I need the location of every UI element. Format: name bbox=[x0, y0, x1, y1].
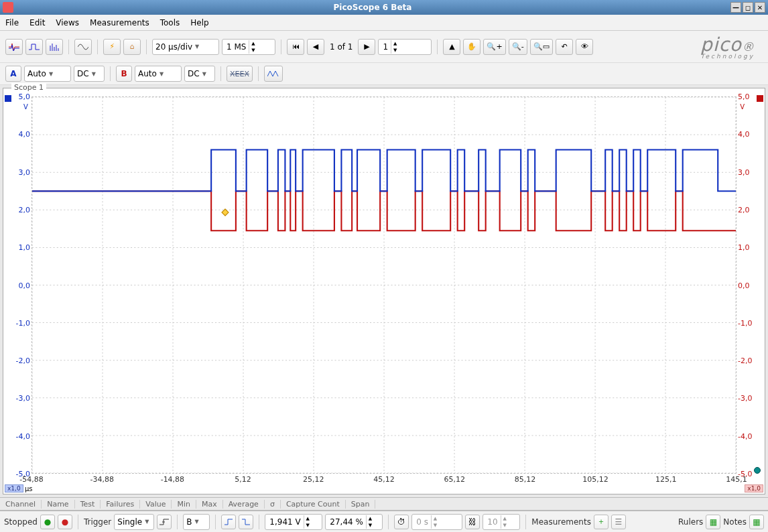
samples-spin[interactable]: 1 MS▲▼ bbox=[222, 39, 275, 55]
first-buffer-button[interactable]: ⏮ bbox=[287, 39, 304, 55]
menu-views[interactable]: Views bbox=[56, 18, 79, 27]
menu-tools[interactable]: Tools bbox=[160, 18, 180, 27]
signal-generator-button[interactable] bbox=[74, 39, 92, 55]
trigger-count-spin[interactable]: 10▲▼ bbox=[483, 514, 520, 530]
menubar: File Edit Views Measurements Tools Help bbox=[0, 15, 768, 31]
zoom-area-button[interactable]: 🔍▭ bbox=[530, 39, 553, 55]
rapid-trigger-toggle[interactable]: ⛓ bbox=[465, 515, 480, 529]
home-button[interactable]: ⌂ bbox=[123, 39, 141, 55]
serial-decode-button[interactable]: XEEX bbox=[227, 66, 253, 82]
trigger-delay-spin[interactable]: 0 s▲▼ bbox=[411, 514, 462, 530]
auto-setup-button[interactable]: ⚡ bbox=[103, 39, 121, 55]
close-button[interactable]: ✕ bbox=[755, 2, 765, 13]
trigger-level-spin[interactable]: 1,941 V▲▼ bbox=[265, 514, 322, 530]
math-channel-button[interactable] bbox=[264, 66, 283, 82]
x-axis: -54,88-34,88-14,885,1225,1245,1265,1285,… bbox=[31, 475, 737, 484]
rulers-button[interactable]: ▦ bbox=[706, 515, 720, 529]
trigger-mode-select[interactable]: Single▼ bbox=[114, 514, 154, 530]
trigger-position-spin[interactable]: 27,44 %▲▼ bbox=[325, 514, 383, 530]
x-unit-label: µs bbox=[25, 485, 33, 492]
waveform-spin[interactable]: 1▲▼ bbox=[378, 39, 432, 55]
channel-b-chip[interactable]: B bbox=[116, 66, 132, 82]
scope-title: Scope 1 bbox=[11, 83, 46, 92]
scope-mode-button[interactable] bbox=[5, 39, 23, 55]
toolbar-channels: A Auto▼ DC▼ B Auto▼ DC▼ XEEX bbox=[0, 63, 768, 85]
prev-buffer-button[interactable]: ◀ bbox=[307, 39, 324, 55]
pointer-tool-button[interactable]: ▲ bbox=[443, 39, 460, 55]
undo-zoom-button[interactable]: ↶ bbox=[556, 39, 573, 55]
scope-plot[interactable] bbox=[31, 96, 737, 474]
y-unit-a-label: V bbox=[23, 103, 28, 111]
titlebar: PicoScope 6 Beta — ◻ ✕ bbox=[0, 0, 768, 15]
trigger-edge-button[interactable] bbox=[157, 515, 172, 529]
channel-a-coupling-select[interactable]: DC▼ bbox=[74, 66, 105, 82]
notes-button[interactable]: ▦ bbox=[749, 515, 764, 529]
y-axis-a: 5,04,03,02,01,00,0-1,0-2,0-3,0-4,0-5,0 bbox=[3, 96, 31, 474]
next-buffer-button[interactable]: ▶ bbox=[358, 39, 375, 55]
run-button[interactable]: ● bbox=[40, 515, 55, 529]
maximize-button[interactable]: ◻ bbox=[743, 2, 753, 13]
zoom-out-button[interactable]: 🔍- bbox=[509, 39, 527, 55]
rulers-label: Rulers bbox=[678, 517, 703, 527]
stop-button[interactable]: ● bbox=[58, 515, 72, 529]
y-unit-b-label: V bbox=[740, 103, 745, 111]
zoom-in-button[interactable]: 🔍+ bbox=[483, 39, 505, 55]
minimize-button[interactable]: — bbox=[730, 2, 741, 13]
toolbar-main: ⚡ ⌂ 20 µs/div▼ 1 MS▲▼ ⏮ ◀ 1 of 1 ▶ 1▲▼ ▲… bbox=[0, 31, 768, 63]
persistence-mode-button[interactable] bbox=[25, 39, 43, 55]
run-state-label: Stopped bbox=[4, 517, 38, 527]
pico-logo: pico® Technology bbox=[700, 34, 763, 60]
channel-b-coupling-select[interactable]: DC▼ bbox=[184, 66, 215, 82]
remove-measurement-button[interactable]: ☰ bbox=[611, 515, 626, 529]
y-axis-b: 5,04,03,02,01,00,0-1,0-2,0-3,0-4,0-5,0 bbox=[737, 96, 765, 474]
zoom-overview-button[interactable]: 👁 bbox=[576, 39, 593, 55]
channel-a-chip[interactable]: A bbox=[5, 66, 21, 82]
trigger-source-select[interactable]: B▼ bbox=[183, 514, 210, 530]
trigger-label: Trigger bbox=[84, 517, 111, 527]
menu-help[interactable]: Help bbox=[190, 18, 208, 27]
window-title: PicoScope 6 Beta bbox=[16, 3, 729, 12]
trigger-time-marker-icon[interactable] bbox=[754, 467, 761, 474]
scope-view[interactable]: Scope 1 5,04,03,02,01,00,0-1,0-2,0-3,0-4… bbox=[3, 88, 765, 494]
measurements-label: Measurements bbox=[531, 517, 591, 527]
trigger-delay-toggle[interactable]: ⏱ bbox=[394, 515, 409, 529]
channel-b-range-select[interactable]: Auto▼ bbox=[135, 66, 182, 82]
pan-tool-button[interactable]: ✋ bbox=[463, 39, 481, 55]
statusbar: Stopped ● ● Trigger Single▼ B▼ 1,941 V▲▼… bbox=[0, 511, 768, 532]
trigger-falling-button[interactable] bbox=[239, 515, 253, 529]
zoom-badge-b: x1,0 bbox=[745, 484, 763, 492]
add-measurement-button[interactable]: ＋ bbox=[594, 515, 609, 529]
zoom-badge-a: x1,0 bbox=[5, 484, 23, 492]
app-icon bbox=[3, 2, 13, 13]
notes-label: Notes bbox=[723, 517, 747, 527]
trigger-rising-button[interactable] bbox=[221, 515, 236, 529]
spectrum-mode-button[interactable] bbox=[46, 39, 63, 55]
channel-a-range-select[interactable]: Auto▼ bbox=[24, 66, 71, 82]
buffer-page-label: 1 of 1 bbox=[327, 42, 355, 52]
timebase-select[interactable]: 20 µs/div▼ bbox=[152, 39, 219, 55]
menu-measurements[interactable]: Measurements bbox=[90, 18, 149, 27]
menu-edit[interactable]: Edit bbox=[29, 18, 45, 27]
menu-file[interactable]: File bbox=[5, 18, 19, 27]
measurements-table-header: ChannelNameTestFailuresValueMinMaxAverag… bbox=[0, 497, 768, 511]
